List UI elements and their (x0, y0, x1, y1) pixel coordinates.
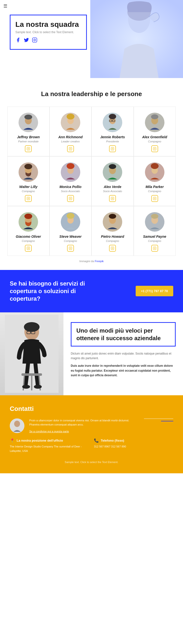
team-instagram-icon[interactable] (25, 145, 32, 152)
team-member-role: Leader creativo (61, 140, 80, 143)
success-text-light: Dictum sit amet justo donec enim diam vu… (71, 352, 176, 361)
team-instagram-icon[interactable] (67, 245, 74, 252)
success-section: Uno dei modi più veloci per ottenere il … (0, 312, 183, 395)
contacts-divider-area (144, 418, 173, 431)
contacts-avatar (10, 418, 24, 433)
team-member-name: Alex Greenfield (142, 135, 167, 139)
team-instagram-icon[interactable] (25, 245, 32, 252)
team-member-name: Pietro Howard (101, 234, 124, 238)
team-avatar (18, 212, 38, 232)
contacts-bottom: 📍 La nostra posizione dell'ufficio The I… (10, 438, 173, 453)
team-instagram-icon[interactable] (151, 195, 158, 202)
team-card: Alex Verde Socio Associato (92, 156, 134, 206)
svg-point-45 (151, 163, 158, 169)
team-card: Walter Lilly Compagno (7, 156, 50, 206)
team-member-name: Mila Parker (146, 185, 164, 189)
team-member-name: Alex Verde (104, 185, 121, 189)
svg-point-25 (151, 114, 158, 119)
contacts-top: Proin a ullamcorper dolor in consequat v… (10, 418, 173, 433)
team-member-name: Jeffrey Brown (17, 135, 40, 139)
team-card: Jennie Roberts Presidente (92, 106, 134, 156)
team-instagram-icon[interactable] (25, 195, 32, 202)
team-member-role: Socio Associato (61, 190, 80, 193)
team-card: Steve Weaver Compagno (50, 206, 92, 256)
team-member-role: Partner mondiale (18, 140, 38, 143)
team-instagram-icon[interactable] (151, 245, 158, 252)
svg-point-30 (24, 164, 32, 169)
svg-rect-21 (111, 147, 114, 150)
team-member-name: Ann Richmond (58, 135, 83, 139)
hero-content: La nostra squadra Sample text. Click to … (10, 15, 87, 50)
svg-rect-13 (69, 147, 72, 150)
team-member-role: Compagno (22, 240, 35, 242)
team-card: Samuel Payne Compagno (134, 206, 176, 256)
team-grid: Jeffrey Brown Partner mondiale Ann Richm… (7, 106, 176, 256)
team-instagram-icon[interactable] (109, 245, 116, 252)
svg-rect-41 (111, 197, 114, 200)
hero-image (90, 0, 183, 78)
hamburger-menu[interactable]: ☰ (4, 4, 7, 9)
hero-border-box: La nostra squadra Sample text. Click to … (10, 15, 87, 50)
team-member-name: Steve Weaver (59, 234, 82, 238)
team-card: Giacomo Oliver Compagno (7, 206, 50, 256)
team-instagram-icon[interactable] (109, 145, 116, 152)
team-instagram-icon[interactable] (67, 195, 74, 202)
svg-rect-26 (153, 147, 156, 150)
location-icon: 📍 (10, 438, 15, 443)
team-avatar (103, 212, 122, 232)
contacts-section: Contatti Proin a ullamcorper dolor in co… (0, 395, 183, 474)
freepik-link[interactable]: Freepik (95, 260, 104, 262)
team-avatar (103, 162, 122, 182)
svg-point-7 (24, 114, 32, 120)
phone-icon: 📞 (94, 438, 99, 443)
svg-point-70 (24, 322, 40, 332)
svg-rect-8 (27, 147, 30, 150)
contacts-office: 📍 La nostra posizione dell'ufficio The I… (10, 438, 89, 453)
success-text-bold: Duis aute irure dolor in reprehenderit i… (71, 364, 176, 378)
team-member-name: Walter Lilly (19, 185, 37, 189)
cta-text: Se hai bisogno di servizi di copertura o… (10, 280, 102, 302)
facebook-icon[interactable] (15, 37, 21, 44)
twitter-icon[interactable] (24, 37, 29, 44)
team-card: Mila Parker Compagno (134, 156, 176, 206)
hero-social (15, 37, 79, 44)
contacts-office-detail: The Interior Design Studio Company The s… (10, 444, 89, 453)
team-avatar (61, 212, 80, 232)
contacts-info: Proin a ullamcorper dolor in consequat v… (29, 418, 139, 433)
cta-phone-button[interactable]: +1 (771) 787 87 78 (136, 286, 173, 296)
team-section: La nostra leadership e le persone Jeffre… (0, 78, 183, 270)
team-instagram-icon[interactable] (151, 145, 158, 152)
cta-section: Se hai bisogno di servizi di copertura o… (0, 270, 183, 312)
team-card: Monica Pollio Socio Associato (50, 156, 92, 206)
instagram-icon[interactable] (32, 37, 37, 44)
svg-rect-36 (69, 197, 72, 200)
contacts-info-link[interactable]: Se a condivise qui a questa parte (29, 430, 69, 433)
team-member-role: Compagno (148, 240, 161, 242)
contacts-phone-detail: 312 567 8967 312 567 890 (94, 444, 173, 449)
team-avatar (103, 113, 122, 132)
contacts-title: Contatti (10, 405, 173, 412)
team-member-role: Socio Associato (103, 190, 122, 193)
svg-rect-0 (32, 38, 37, 42)
team-avatar (18, 162, 38, 182)
team-member-name: Samuel Payne (143, 234, 166, 238)
team-member-role: Compagno (106, 240, 119, 242)
svg-point-60 (109, 214, 116, 219)
svg-rect-61 (111, 247, 114, 250)
svg-point-40 (109, 164, 116, 169)
team-member-name: Jennie Roberts (100, 135, 125, 139)
svg-point-12 (66, 114, 74, 120)
team-instagram-icon[interactable] (67, 145, 74, 152)
hero-section: La nostra squadra Sample text. Click to … (0, 0, 183, 78)
hero-title: La nostra squadra (15, 20, 79, 28)
svg-rect-46 (153, 197, 156, 200)
svg-point-50 (24, 214, 32, 219)
svg-point-17 (109, 114, 116, 119)
team-member-role: Compagno (148, 190, 161, 193)
team-instagram-icon[interactable] (109, 195, 116, 202)
team-card: Jeffrey Brown Partner mondiale (7, 106, 50, 156)
team-avatar (18, 113, 38, 132)
contacts-phone: 📞 Telefono (fisso) 312 567 8967 312 567 … (94, 438, 173, 453)
team-avatar (61, 162, 80, 182)
freepik-note: Immagini da Freepik (7, 260, 176, 262)
